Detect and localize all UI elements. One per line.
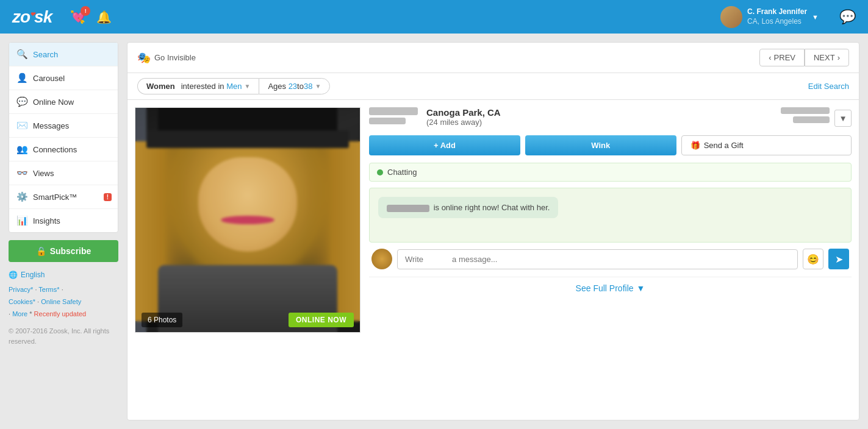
user-display-name: C. Frank Jennifer	[747, 7, 807, 17]
sidebar-item-connections[interactable]: 👥 Connections	[9, 138, 118, 161]
user-menu[interactable]: C. Frank Jennifer CA, Los Angeles ▼	[720, 6, 819, 28]
prev-chevron-icon: ‹	[769, 53, 771, 62]
main-content: 🎭 Go Invisible ‹ PREV NEXT › Women inter…	[127, 42, 859, 420]
see-full-profile-label: See Full Profile	[576, 283, 634, 293]
main-layout: 🔍 Search 👤 Carousel 💬 Online Now ✉️ Mess…	[0, 34, 868, 429]
add-button[interactable]: + Add	[369, 135, 520, 155]
mask-icon: 🎭	[137, 51, 151, 65]
prev-next-nav: ‹ PREV NEXT ›	[759, 49, 849, 66]
more-link[interactable]: More	[12, 310, 27, 317]
profile-right-blurred	[781, 107, 830, 123]
sidebar-item-online-now[interactable]: 💬 Online Now	[9, 90, 118, 114]
chatting-label: Chatting	[387, 168, 417, 177]
nav-icons: 💘 ! 🔔	[70, 10, 112, 24]
footer-links: Privacy* · Terms* · Cookies* · Online Sa…	[9, 284, 118, 320]
sidebar-item-label: Messages	[33, 121, 69, 130]
profile-location-block: Canoga Park, CA (24 miles away)	[426, 107, 501, 127]
prev-label: PREV	[774, 53, 795, 62]
prev-button[interactable]: ‹ PREV	[759, 49, 805, 66]
user-location: CA, Los Angeles	[747, 17, 807, 27]
connections-icon: 👥	[16, 144, 28, 155]
logo-heart: ❤	[30, 10, 34, 17]
blurred-subname-bar	[369, 118, 406, 124]
smartpick-badge: !	[104, 193, 112, 201]
profile-location: Canoga Park, CA	[426, 107, 501, 118]
sidebar-item-label: Online Now	[33, 98, 74, 107]
interest-label: interested in	[181, 82, 224, 91]
online-safety-link[interactable]: Online Safety	[41, 298, 81, 305]
language-selector[interactable]: 🌐 English	[9, 271, 118, 279]
notifications-icon-btn[interactable]: 🔔	[96, 10, 112, 24]
blurred-name-area	[369, 107, 418, 124]
lock-icon: 🔒	[36, 246, 46, 256]
wink-button[interactable]: Wink	[525, 135, 676, 155]
sidebar-item-label: Connections	[33, 145, 77, 154]
see-full-profile-link[interactable]: See Full Profile ▼	[576, 283, 645, 293]
next-button[interactable]: NEXT ›	[805, 49, 849, 66]
sidebar: 🔍 Search 👤 Carousel 💬 Online Now ✉️ Mess…	[9, 42, 118, 420]
sidebar-item-label: Search	[33, 50, 58, 59]
profile-dropdown-button[interactable]: ▼	[834, 110, 852, 127]
send-message-button[interactable]: ➤	[828, 249, 849, 269]
recently-updated-link[interactable]: Recently updated	[34, 310, 87, 317]
age-filter[interactable]: Ages 23 to 38 ▼	[259, 78, 330, 94]
privacy-link[interactable]: Privacy*	[9, 286, 33, 293]
avatar	[720, 6, 742, 28]
profile-distance: (24 miles away)	[426, 118, 501, 127]
messages-icon: ✉️	[16, 120, 28, 131]
gender-label: Women	[146, 82, 175, 91]
ages-label: Ages	[268, 82, 286, 91]
search-icon: 🔍	[16, 49, 28, 60]
go-invisible-label: Go Invisible	[154, 53, 196, 62]
online-now-icon: 💬	[16, 96, 28, 107]
chat-message-text: is online right now! Chat with her.	[434, 203, 550, 212]
copyright-text: © 2007-2016 Zoosk, Inc. All rights reser…	[9, 326, 118, 346]
go-invisible-button[interactable]: 🎭 Go Invisible	[137, 51, 196, 65]
online-dot	[377, 169, 383, 176]
profile-header: Canoga Park, CA (24 miles away) ▼	[369, 107, 852, 127]
chat-input-row: 😊 ➤	[369, 249, 852, 269]
site-logo[interactable]: zo❤sk	[12, 7, 52, 27]
cookies-link[interactable]: Cookies*	[9, 298, 35, 305]
sidebar-nav: 🔍 Search 👤 Carousel 💬 Online Now ✉️ Mess…	[9, 42, 118, 233]
age-filter-chevron: ▼	[315, 83, 321, 90]
user-info: C. Frank Jennifer CA, Los Angeles	[747, 7, 807, 26]
see-full-profile-chevron-icon: ▼	[637, 283, 645, 293]
chat-user-avatar	[371, 249, 392, 269]
sidebar-item-label: Views	[33, 169, 54, 178]
send-gift-button[interactable]: 🎁 Send a Gift	[681, 135, 852, 155]
bell-icon: 🔔	[96, 10, 112, 24]
action-buttons: + Add Wink 🎁 Send a Gift	[369, 135, 852, 155]
profile-area: 6 Photos ONLINE NOW	[127, 100, 859, 340]
emoji-button[interactable]: 😊	[803, 249, 823, 269]
chat-bubble: is online right now! Chat with her.	[378, 197, 558, 218]
chatting-status-bar: Chatting	[369, 163, 852, 182]
gift-icon: 🎁	[690, 141, 700, 150]
photos-count: 6 Photos	[142, 313, 182, 327]
sidebar-item-smartpick[interactable]: ⚙️ SmartPick™ !	[9, 185, 118, 209]
sidebar-item-messages[interactable]: ✉️ Messages	[9, 114, 118, 138]
edit-search-link[interactable]: Edit Search	[808, 82, 849, 91]
sidebar-item-views[interactable]: 👓 Views	[9, 161, 118, 185]
sidebar-item-insights[interactable]: 📊 Insights	[9, 209, 118, 232]
top-navigation: zo❤sk 💘 ! 🔔 C. Frank Jennifer CA, Los An…	[0, 0, 868, 34]
chat-icon-btn[interactable]: 💬	[839, 9, 856, 25]
subscribe-label: Subscribe	[50, 246, 91, 256]
send-icon: ➤	[835, 254, 843, 265]
gender-filter[interactable]: Women interested in Men ▼	[137, 78, 259, 94]
interest-gender-label: Men	[226, 82, 242, 91]
profile-info: Canoga Park, CA (24 miles away) ▼	[360, 107, 852, 333]
main-profile-photo[interactable]: 6 Photos ONLINE NOW	[135, 107, 360, 333]
blurred-name-bar	[369, 107, 418, 115]
insights-icon: 📊	[16, 215, 28, 226]
subscribe-button[interactable]: 🔒 Subscribe	[9, 240, 118, 262]
sidebar-item-carousel[interactable]: 👤 Carousel	[9, 66, 118, 90]
sidebar-item-search[interactable]: 🔍 Search	[9, 43, 118, 66]
chat-message-input[interactable]	[397, 249, 798, 269]
matches-icon-btn[interactable]: 💘 !	[70, 10, 85, 24]
user-dropdown-icon: ▼	[812, 13, 819, 21]
globe-icon: 🌐	[9, 271, 18, 279]
language-label: English	[21, 271, 45, 279]
terms-link[interactable]: Terms*	[38, 286, 59, 293]
gender-filter-chevron: ▼	[244, 83, 250, 90]
